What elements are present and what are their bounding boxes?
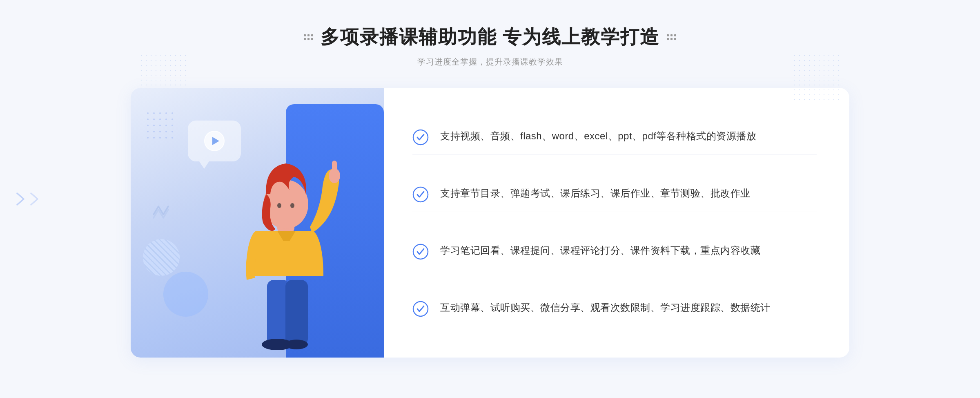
- svg-point-15: [413, 302, 428, 316]
- page-wrapper: 多项录播课辅助功能 专为线上教学打造 学习进度全掌握，提升录播课教学效果: [0, 0, 980, 398]
- svg-point-13: [413, 187, 428, 202]
- check-circle-icon-4: [412, 301, 429, 317]
- page-title: 多项录播课辅助功能 专为线上教学打造: [321, 25, 660, 50]
- check-circle-icon-1: [412, 129, 429, 145]
- svg-point-8: [277, 203, 281, 208]
- svg-rect-11: [332, 161, 337, 176]
- feature-text-2: 支持章节目录、弹题考试、课后练习、课后作业、章节测验、批改作业: [440, 186, 751, 201]
- svg-point-14: [413, 244, 428, 259]
- svg-rect-3: [285, 280, 308, 345]
- features-area: 支持视频、音频、flash、word、excel、ppt、pdf等各种格式的资源…: [384, 88, 849, 358]
- zigzag-decoration: [151, 202, 172, 226]
- feature-item-2: 支持章节目录、弹题考试、课后练习、课后作业、章节测验、批改作业: [412, 177, 817, 212]
- check-circle-icon-2: [412, 186, 429, 203]
- feature-text-4: 互动弹幕、试听购买、微信分享、观看次数限制、学习进度跟踪、数据统计: [440, 300, 771, 315]
- small-circle-2: [163, 272, 208, 317]
- illustration-dots: [147, 112, 175, 140]
- striped-circle: [143, 239, 180, 276]
- right-decoration-dots: [667, 34, 676, 40]
- svg-point-9: [290, 203, 294, 208]
- feature-item-4: 互动弹幕、试听购买、微信分享、观看次数限制、学习进度跟踪、数据统计: [412, 291, 817, 326]
- feature-item-3: 学习笔记回看、课程提问、课程评论打分、课件资料下载，重点内容收藏: [412, 234, 817, 269]
- left-chevrons-decoration: [15, 192, 40, 206]
- title-row: 多项录播课辅助功能 专为线上教学打造: [304, 25, 677, 50]
- feature-text-1: 支持视频、音频、flash、word、excel、ppt、pdf等各种格式的资源…: [440, 128, 756, 144]
- svg-point-12: [413, 130, 428, 145]
- left-decoration-dots: [304, 34, 313, 40]
- svg-point-5: [285, 340, 308, 349]
- person-figure: [218, 145, 349, 358]
- illustration-area: [131, 88, 384, 358]
- header-section: 多项录播课辅助功能 专为线上教学打造 学习进度全掌握，提升录播课教学效果: [304, 25, 677, 67]
- check-circle-icon-3: [412, 244, 429, 260]
- content-card: 支持视频、音频、flash、word、excel、ppt、pdf等各种格式的资源…: [131, 88, 849, 358]
- feature-text-3: 学习笔记回看、课程提问、课程评论打分、课件资料下载，重点内容收藏: [440, 243, 760, 258]
- feature-item-1: 支持视频、音频、flash、word、excel、ppt、pdf等各种格式的资源…: [412, 119, 817, 155]
- page-subtitle: 学习进度全掌握，提升录播课教学效果: [304, 56, 677, 67]
